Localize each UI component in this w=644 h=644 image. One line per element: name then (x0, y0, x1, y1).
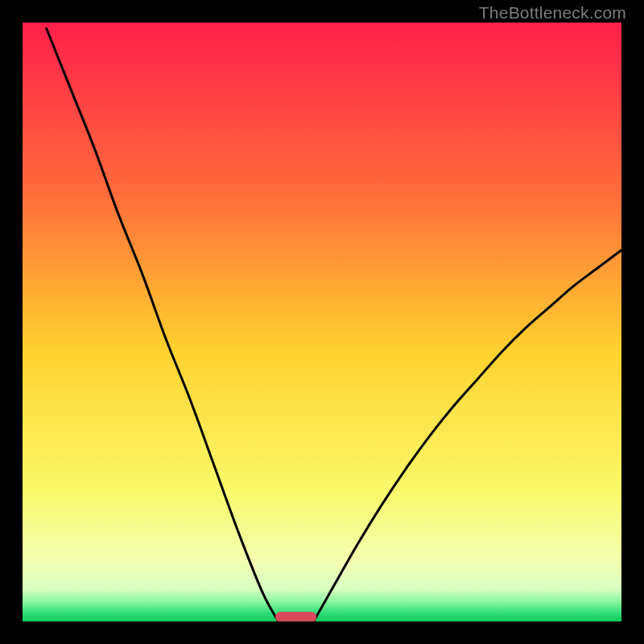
bottleneck-chart (0, 0, 644, 644)
optimum-marker (275, 612, 316, 622)
watermark-text: TheBottleneck.com (479, 3, 626, 23)
